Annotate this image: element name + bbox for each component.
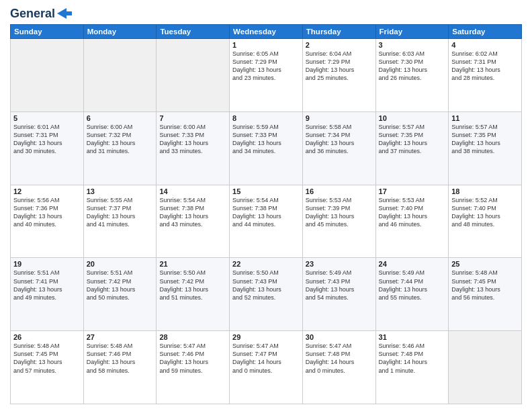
weekday-header-wednesday: Wednesday (230, 25, 303, 39)
calendar-cell: 4Sunrise: 6:02 AM Sunset: 7:31 PM Daylig… (449, 39, 522, 112)
day-info: Sunrise: 5:59 AM Sunset: 7:33 PM Dayligh… (232, 123, 300, 156)
header: General (10, 7, 522, 19)
calendar-cell: 24Sunrise: 5:49 AM Sunset: 7:44 PM Dayli… (375, 258, 449, 331)
calendar-cell: 12Sunrise: 5:56 AM Sunset: 7:36 PM Dayli… (11, 185, 84, 258)
day-number: 14 (159, 187, 226, 195)
day-number: 15 (232, 187, 300, 195)
day-info: Sunrise: 5:48 AM Sunset: 7:46 PM Dayligh… (87, 342, 154, 375)
calendar-cell: 2Sunrise: 6:04 AM Sunset: 7:29 PM Daylig… (302, 39, 375, 112)
calendar-cell (449, 331, 522, 404)
svg-marker-0 (57, 8, 72, 19)
calendar-cell: 3Sunrise: 6:03 AM Sunset: 7:30 PM Daylig… (375, 39, 449, 112)
day-info: Sunrise: 6:00 AM Sunset: 7:32 PM Dayligh… (87, 123, 154, 156)
day-info: Sunrise: 5:48 AM Sunset: 7:45 PM Dayligh… (451, 269, 519, 302)
calendar-cell: 10Sunrise: 5:57 AM Sunset: 7:35 PM Dayli… (375, 111, 449, 185)
weekday-header-row: SundayMondayTuesdayWednesdayThursdayFrid… (11, 25, 522, 39)
day-info: Sunrise: 5:49 AM Sunset: 7:43 PM Dayligh… (306, 269, 373, 302)
day-info: Sunrise: 5:51 AM Sunset: 7:42 PM Dayligh… (87, 269, 154, 302)
day-info: Sunrise: 5:50 AM Sunset: 7:42 PM Dayligh… (159, 269, 226, 302)
day-info: Sunrise: 5:47 AM Sunset: 7:46 PM Dayligh… (159, 342, 226, 375)
calendar-week-row: 5Sunrise: 6:01 AM Sunset: 7:31 PM Daylig… (11, 111, 522, 185)
calendar-cell: 20Sunrise: 5:51 AM Sunset: 7:42 PM Dayli… (83, 258, 157, 331)
day-number: 23 (306, 260, 373, 268)
calendar-cell: 16Sunrise: 5:53 AM Sunset: 7:39 PM Dayli… (302, 185, 375, 258)
day-number: 9 (306, 114, 373, 122)
calendar-cell: 5Sunrise: 6:01 AM Sunset: 7:31 PM Daylig… (11, 111, 84, 185)
day-number: 25 (451, 260, 519, 268)
logo-general: General (10, 7, 55, 21)
day-info: Sunrise: 5:48 AM Sunset: 7:45 PM Dayligh… (13, 342, 81, 375)
day-number: 1 (232, 41, 300, 49)
day-info: Sunrise: 6:03 AM Sunset: 7:30 PM Dayligh… (379, 50, 446, 83)
calendar-week-row: 19Sunrise: 5:51 AM Sunset: 7:41 PM Dayli… (11, 258, 522, 331)
calendar-week-row: 26Sunrise: 5:48 AM Sunset: 7:45 PM Dayli… (11, 331, 522, 404)
day-number: 31 (379, 333, 446, 341)
day-info: Sunrise: 5:57 AM Sunset: 7:35 PM Dayligh… (379, 123, 446, 156)
day-number: 20 (87, 260, 154, 268)
day-number: 27 (87, 333, 154, 341)
day-number: 11 (451, 114, 519, 122)
day-number: 30 (306, 333, 373, 341)
day-number: 12 (13, 187, 81, 195)
calendar-cell: 29Sunrise: 5:47 AM Sunset: 7:47 PM Dayli… (230, 331, 303, 404)
day-info: Sunrise: 5:47 AM Sunset: 7:47 PM Dayligh… (232, 342, 300, 375)
day-number: 5 (13, 114, 81, 122)
day-info: Sunrise: 5:47 AM Sunset: 7:48 PM Dayligh… (306, 342, 373, 375)
logo-arrow-icon (57, 8, 72, 19)
day-number: 29 (232, 333, 300, 341)
day-info: Sunrise: 5:57 AM Sunset: 7:35 PM Dayligh… (451, 123, 519, 156)
calendar-cell: 28Sunrise: 5:47 AM Sunset: 7:46 PM Dayli… (157, 331, 230, 404)
day-info: Sunrise: 6:02 AM Sunset: 7:31 PM Dayligh… (451, 50, 519, 83)
weekday-header-friday: Friday (375, 25, 449, 39)
calendar-cell: 14Sunrise: 5:54 AM Sunset: 7:38 PM Dayli… (157, 185, 230, 258)
day-info: Sunrise: 5:58 AM Sunset: 7:34 PM Dayligh… (306, 123, 373, 156)
weekday-header-thursday: Thursday (302, 25, 375, 39)
day-info: Sunrise: 5:54 AM Sunset: 7:38 PM Dayligh… (159, 196, 226, 229)
day-info: Sunrise: 5:55 AM Sunset: 7:37 PM Dayligh… (87, 196, 154, 229)
calendar-cell: 31Sunrise: 5:46 AM Sunset: 7:48 PM Dayli… (375, 331, 449, 404)
calendar-cell: 6Sunrise: 6:00 AM Sunset: 7:32 PM Daylig… (83, 111, 157, 185)
day-info: Sunrise: 6:01 AM Sunset: 7:31 PM Dayligh… (13, 123, 81, 156)
weekday-header-sunday: Sunday (11, 25, 84, 39)
day-number: 7 (159, 114, 226, 122)
calendar-cell: 7Sunrise: 6:00 AM Sunset: 7:33 PM Daylig… (157, 111, 230, 185)
day-number: 19 (13, 260, 81, 268)
calendar-cell: 9Sunrise: 5:58 AM Sunset: 7:34 PM Daylig… (302, 111, 375, 185)
calendar-cell (11, 39, 84, 112)
day-number: 8 (232, 114, 300, 122)
calendar-cell: 30Sunrise: 5:47 AM Sunset: 7:48 PM Dayli… (302, 331, 375, 404)
day-number: 3 (379, 41, 446, 49)
day-number: 13 (87, 187, 154, 195)
calendar-cell: 26Sunrise: 5:48 AM Sunset: 7:45 PM Dayli… (11, 331, 84, 404)
day-number: 21 (159, 260, 226, 268)
weekday-header-tuesday: Tuesday (157, 25, 230, 39)
calendar-cell: 22Sunrise: 5:50 AM Sunset: 7:43 PM Dayli… (230, 258, 303, 331)
calendar-cell: 15Sunrise: 5:54 AM Sunset: 7:38 PM Dayli… (230, 185, 303, 258)
calendar-cell (157, 39, 230, 112)
day-number: 2 (306, 41, 373, 49)
calendar-cell: 18Sunrise: 5:52 AM Sunset: 7:40 PM Dayli… (449, 185, 522, 258)
day-info: Sunrise: 5:52 AM Sunset: 7:40 PM Dayligh… (451, 196, 519, 229)
calendar-week-row: 12Sunrise: 5:56 AM Sunset: 7:36 PM Dayli… (11, 185, 522, 258)
day-number: 22 (232, 260, 300, 268)
page: General SundayMondayTuesdayWednesdayThur… (0, 0, 532, 411)
weekday-header-monday: Monday (83, 25, 157, 39)
calendar-cell: 21Sunrise: 5:50 AM Sunset: 7:42 PM Dayli… (157, 258, 230, 331)
day-number: 26 (13, 333, 81, 341)
calendar-cell: 17Sunrise: 5:53 AM Sunset: 7:40 PM Dayli… (375, 185, 449, 258)
day-info: Sunrise: 5:56 AM Sunset: 7:36 PM Dayligh… (13, 196, 81, 229)
day-number: 6 (87, 114, 154, 122)
day-info: Sunrise: 5:51 AM Sunset: 7:41 PM Dayligh… (13, 269, 81, 302)
calendar-cell: 13Sunrise: 5:55 AM Sunset: 7:37 PM Dayli… (83, 185, 157, 258)
calendar-cell: 27Sunrise: 5:48 AM Sunset: 7:46 PM Dayli… (83, 331, 157, 404)
day-info: Sunrise: 5:54 AM Sunset: 7:38 PM Dayligh… (232, 196, 300, 229)
day-info: Sunrise: 5:53 AM Sunset: 7:40 PM Dayligh… (379, 196, 446, 229)
day-info: Sunrise: 5:49 AM Sunset: 7:44 PM Dayligh… (379, 269, 446, 302)
day-number: 28 (159, 333, 226, 341)
day-info: Sunrise: 6:04 AM Sunset: 7:29 PM Dayligh… (306, 50, 373, 83)
calendar-table: SundayMondayTuesdayWednesdayThursdayFrid… (10, 24, 522, 404)
day-number: 17 (379, 187, 446, 195)
day-info: Sunrise: 6:00 AM Sunset: 7:33 PM Dayligh… (159, 123, 226, 156)
calendar-cell: 19Sunrise: 5:51 AM Sunset: 7:41 PM Dayli… (11, 258, 84, 331)
calendar-week-row: 1Sunrise: 6:05 AM Sunset: 7:29 PM Daylig… (11, 39, 522, 112)
